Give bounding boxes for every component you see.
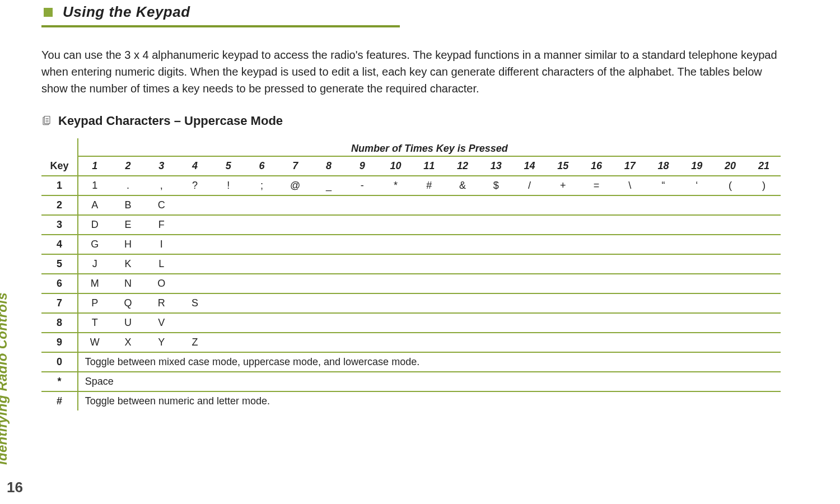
char-cell bbox=[546, 293, 580, 313]
char-cell bbox=[245, 215, 279, 235]
char-cell bbox=[312, 254, 346, 274]
press-count-header-row: 123456789101112131415161718192021 bbox=[41, 156, 781, 176]
char-cell: B bbox=[111, 195, 145, 215]
char-cell bbox=[278, 313, 312, 333]
char-cell bbox=[212, 235, 245, 254]
char-cell bbox=[647, 195, 680, 215]
char-cell: $ bbox=[479, 176, 513, 195]
char-cell bbox=[312, 274, 346, 293]
char-cell bbox=[212, 293, 245, 313]
char-cell bbox=[680, 333, 713, 352]
char-cell bbox=[346, 254, 379, 274]
char-cell bbox=[312, 215, 346, 235]
char-cell bbox=[513, 195, 547, 215]
char-cell bbox=[613, 313, 647, 333]
char-cell: - bbox=[346, 176, 379, 195]
char-cell bbox=[513, 313, 547, 333]
char-cell bbox=[379, 274, 413, 293]
char-cell bbox=[446, 195, 479, 215]
char-cell: Q bbox=[111, 293, 145, 313]
press-count-header: 21 bbox=[747, 156, 781, 176]
char-cell: ‘ bbox=[680, 176, 713, 195]
char-cell bbox=[580, 313, 613, 333]
table-caption-row: Keypad Characters – Uppercase Mode bbox=[41, 114, 806, 128]
key-cell: 8 bbox=[41, 313, 78, 333]
char-cell: * bbox=[379, 176, 413, 195]
char-cell bbox=[379, 195, 413, 215]
char-cell bbox=[613, 333, 647, 352]
key-cell: 1 bbox=[41, 176, 78, 195]
char-cell bbox=[346, 293, 379, 313]
char-cell bbox=[747, 195, 781, 215]
press-count-header: 2 bbox=[111, 156, 145, 176]
char-cell bbox=[680, 293, 713, 313]
char-cell bbox=[479, 274, 513, 293]
char-cell: D bbox=[78, 215, 111, 235]
char-cell bbox=[546, 254, 580, 274]
char-cell bbox=[647, 274, 680, 293]
char-cell bbox=[379, 215, 413, 235]
char-cell bbox=[479, 254, 513, 274]
key-cell: 2 bbox=[41, 195, 78, 215]
char-cell bbox=[212, 274, 245, 293]
char-cell: P bbox=[78, 293, 111, 313]
key-cell: 4 bbox=[41, 235, 78, 254]
char-cell bbox=[513, 293, 547, 313]
char-cell bbox=[245, 333, 279, 352]
char-cell bbox=[647, 333, 680, 352]
char-cell bbox=[747, 274, 781, 293]
char-cell bbox=[278, 254, 312, 274]
char-cell: N bbox=[111, 274, 145, 293]
char-cell bbox=[713, 293, 747, 313]
char-cell: H bbox=[111, 235, 145, 254]
char-cell bbox=[346, 235, 379, 254]
char-cell bbox=[680, 274, 713, 293]
char-cell bbox=[379, 313, 413, 333]
char-cell bbox=[278, 274, 312, 293]
char-cell bbox=[446, 215, 479, 235]
presses-super-header: Number of Times Key is Pressed bbox=[78, 138, 781, 156]
char-cell bbox=[178, 235, 212, 254]
char-cell: _ bbox=[312, 176, 346, 195]
char-cell: M bbox=[78, 274, 111, 293]
char-cell bbox=[680, 215, 713, 235]
char-cell bbox=[446, 293, 479, 313]
char-cell bbox=[747, 215, 781, 235]
char-cell: A bbox=[78, 195, 111, 215]
char-cell bbox=[647, 235, 680, 254]
char-cell bbox=[580, 235, 613, 254]
char-cell bbox=[546, 313, 580, 333]
char-cell bbox=[178, 274, 212, 293]
char-cell: E bbox=[111, 215, 145, 235]
side-section-label: Identifying Radio Controls bbox=[0, 292, 10, 465]
char-cell bbox=[312, 313, 346, 333]
char-cell bbox=[613, 274, 647, 293]
char-cell: W bbox=[78, 333, 111, 352]
char-cell: ) bbox=[747, 176, 781, 195]
char-cell: G bbox=[78, 235, 111, 254]
press-count-header: 19 bbox=[680, 156, 713, 176]
char-cell bbox=[346, 195, 379, 215]
char-cell bbox=[412, 215, 446, 235]
char-cell bbox=[412, 333, 446, 352]
char-cell bbox=[613, 293, 647, 313]
key-cell: * bbox=[41, 372, 78, 391]
char-cell bbox=[312, 195, 346, 215]
char-cell bbox=[713, 235, 747, 254]
char-cell bbox=[513, 254, 547, 274]
char-cell: = bbox=[580, 176, 613, 195]
char-cell bbox=[580, 274, 613, 293]
char-cell bbox=[713, 333, 747, 352]
char-cell bbox=[278, 215, 312, 235]
char-cell bbox=[747, 235, 781, 254]
document-page: Identifying Radio Controls 16 Using the … bbox=[0, 0, 840, 504]
press-count-header: 11 bbox=[412, 156, 446, 176]
table-row: *Space bbox=[41, 372, 781, 391]
char-cell bbox=[713, 195, 747, 215]
char-cell: V bbox=[144, 313, 178, 333]
char-cell bbox=[580, 195, 613, 215]
row-description: Toggle between numeric and letter mode. bbox=[78, 391, 781, 410]
char-cell bbox=[580, 333, 613, 352]
press-count-header: 3 bbox=[144, 156, 178, 176]
char-cell bbox=[713, 254, 747, 274]
